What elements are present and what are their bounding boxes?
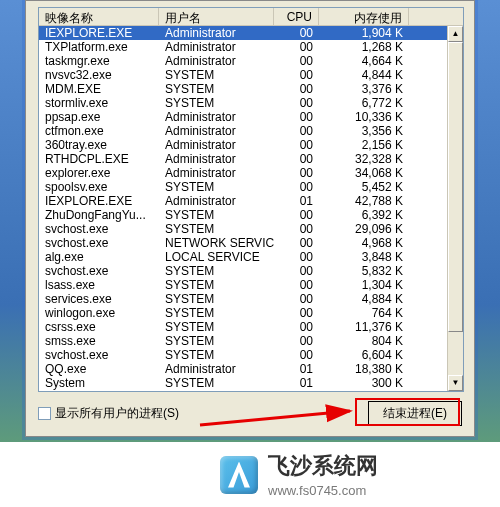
table-row[interactable]: taskmgr.exeAdministrator004,664 K xyxy=(39,54,463,68)
cell-memory: 4,664 K xyxy=(319,54,409,68)
cell-image: QQ.exe xyxy=(39,362,159,376)
cell-user: Administrator xyxy=(159,110,274,124)
table-row[interactable]: spoolsv.exeSYSTEM005,452 K xyxy=(39,180,463,194)
cell-memory: 6,772 K xyxy=(319,96,409,110)
cell-user: SYSTEM xyxy=(159,306,274,320)
show-all-users-checkbox[interactable]: 显示所有用户的进程(S) xyxy=(38,405,179,422)
cell-user: SYSTEM xyxy=(159,376,274,390)
cell-memory: 1,268 K xyxy=(319,40,409,54)
table-row[interactable]: IEXPLORE.EXEAdministrator0142,788 K xyxy=(39,194,463,208)
cell-user: Administrator xyxy=(159,40,274,54)
cell-cpu: 00 xyxy=(274,250,319,264)
cell-memory: 5,832 K xyxy=(319,264,409,278)
table-row[interactable]: alg.exeLOCAL SERVICE003,848 K xyxy=(39,250,463,264)
cell-image: csrss.exe xyxy=(39,320,159,334)
scroll-down-icon[interactable]: ▼ xyxy=(448,375,463,391)
cell-memory: 11,376 K xyxy=(319,320,409,334)
table-row[interactable]: winlogon.exeSYSTEM00764 K xyxy=(39,306,463,320)
table-row[interactable]: explorer.exeAdministrator0034,068 K xyxy=(39,166,463,180)
cell-cpu: 00 xyxy=(274,54,319,68)
col-header-user[interactable]: 用户名 xyxy=(159,8,274,25)
table-row[interactable]: stormliv.exeSYSTEM006,772 K xyxy=(39,96,463,110)
col-header-cpu[interactable]: CPU xyxy=(274,8,319,25)
task-manager-panel: 映像名称 用户名 CPU 内存使用 IEXPLORE.EXEAdministra… xyxy=(25,0,475,437)
cell-user: SYSTEM xyxy=(159,292,274,306)
cell-cpu: 00 xyxy=(274,320,319,334)
cell-user: Administrator xyxy=(159,54,274,68)
table-row[interactable]: svchost.exeSYSTEM006,604 K xyxy=(39,348,463,362)
cell-memory: 42,788 K xyxy=(319,194,409,208)
cell-memory: 6,392 K xyxy=(319,208,409,222)
table-row[interactable]: ZhuDongFangYu...SYSTEM006,392 K xyxy=(39,208,463,222)
cell-image: svchost.exe xyxy=(39,264,159,278)
cell-memory: 34,068 K xyxy=(319,166,409,180)
bottom-controls: 显示所有用户的进程(S) 结束进程(E) xyxy=(38,401,462,426)
cell-image: svchost.exe xyxy=(39,236,159,250)
table-row[interactable]: ppsap.exeAdministrator0010,336 K xyxy=(39,110,463,124)
cell-memory: 4,844 K xyxy=(319,68,409,82)
cell-cpu: 01 xyxy=(274,194,319,208)
cell-user: Administrator xyxy=(159,138,274,152)
cell-image: TXPlatform.exe xyxy=(39,40,159,54)
cell-user: SYSTEM xyxy=(159,82,274,96)
cell-memory: 2,156 K xyxy=(319,138,409,152)
cell-cpu: 00 xyxy=(274,26,319,40)
cell-memory: 4,968 K xyxy=(319,236,409,250)
end-process-button[interactable]: 结束进程(E) xyxy=(368,401,462,426)
table-row[interactable]: TXPlatform.exeAdministrator001,268 K xyxy=(39,40,463,54)
table-row[interactable]: ctfmon.exeAdministrator003,356 K xyxy=(39,124,463,138)
cell-cpu: 00 xyxy=(274,152,319,166)
brand-url: www.fs0745.com xyxy=(268,483,378,498)
cell-cpu: 01 xyxy=(274,362,319,376)
scroll-thumb[interactable] xyxy=(448,42,463,332)
table-row[interactable]: csrss.exeSYSTEM0011,376 K xyxy=(39,320,463,334)
table-row[interactable]: QQ.exeAdministrator0118,380 K xyxy=(39,362,463,376)
table-row[interactable]: services.exeSYSTEM004,884 K xyxy=(39,292,463,306)
cell-cpu: 00 xyxy=(274,124,319,138)
scroll-up-icon[interactable]: ▲ xyxy=(448,26,463,42)
table-row[interactable]: SystemSYSTEM01300 K xyxy=(39,376,463,390)
cell-image: taskmgr.exe xyxy=(39,54,159,68)
cell-image: svchost.exe xyxy=(39,222,159,236)
cell-cpu: 00 xyxy=(274,278,319,292)
table-row[interactable]: svchost.exeNETWORK SERVICE004,968 K xyxy=(39,236,463,250)
cell-memory: 18,380 K xyxy=(319,362,409,376)
cell-user: SYSTEM xyxy=(159,334,274,348)
table-row[interactable]: svchost.exeSYSTEM0029,096 K xyxy=(39,222,463,236)
table-row[interactable]: 360tray.exeAdministrator002,156 K xyxy=(39,138,463,152)
cell-memory: 300 K xyxy=(319,376,409,390)
cell-memory: 32,328 K xyxy=(319,152,409,166)
cell-image: MDM.EXE xyxy=(39,82,159,96)
cell-user: Administrator xyxy=(159,152,274,166)
cell-memory: 4,884 K xyxy=(319,292,409,306)
cell-user: SYSTEM xyxy=(159,208,274,222)
table-row[interactable]: MDM.EXESYSTEM003,376 K xyxy=(39,82,463,96)
cell-memory: 29,096 K xyxy=(319,222,409,236)
cell-memory: 764 K xyxy=(319,306,409,320)
cell-cpu: 00 xyxy=(274,264,319,278)
cell-user: Administrator xyxy=(159,194,274,208)
cell-cpu: 00 xyxy=(274,348,319,362)
vertical-scrollbar[interactable]: ▲ ▼ xyxy=(447,26,463,391)
cell-cpu: 00 xyxy=(274,334,319,348)
cell-cpu: 00 xyxy=(274,236,319,250)
table-row[interactable]: RTHDCPL.EXEAdministrator0032,328 K xyxy=(39,152,463,166)
cell-cpu: 00 xyxy=(274,180,319,194)
checkbox-icon[interactable] xyxy=(38,407,51,420)
col-header-memory[interactable]: 内存使用 xyxy=(319,8,409,25)
col-header-image[interactable]: 映像名称 xyxy=(39,8,159,25)
table-row[interactable]: smss.exeSYSTEM00804 K xyxy=(39,334,463,348)
cell-image: IEXPLORE.EXE xyxy=(39,194,159,208)
table-row[interactable]: IEXPLORE.EXEAdministrator001,904 K xyxy=(39,26,463,40)
process-table: 映像名称 用户名 CPU 内存使用 IEXPLORE.EXEAdministra… xyxy=(38,7,464,392)
table-row[interactable]: lsass.exeSYSTEM001,304 K xyxy=(39,278,463,292)
cell-cpu: 00 xyxy=(274,110,319,124)
cell-image: nvsvc32.exe xyxy=(39,68,159,82)
cell-user: SYSTEM xyxy=(159,180,274,194)
cell-image: alg.exe xyxy=(39,250,159,264)
cell-user: SYSTEM xyxy=(159,264,274,278)
cell-image: RTHDCPL.EXE xyxy=(39,152,159,166)
brand-logo-icon xyxy=(220,456,258,494)
table-row[interactable]: nvsvc32.exeSYSTEM004,844 K xyxy=(39,68,463,82)
table-row[interactable]: svchost.exeSYSTEM005,832 K xyxy=(39,264,463,278)
